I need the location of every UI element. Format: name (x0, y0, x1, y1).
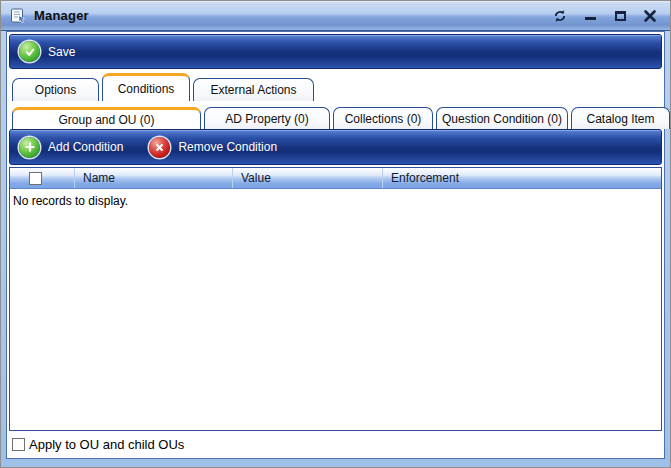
add-condition-button[interactable]: Add Condition (19, 137, 123, 158)
tab-collections[interactable]: Collections (0) (333, 107, 433, 129)
apply-to-ou-label[interactable]: Apply to OU and child OUs (29, 437, 184, 452)
save-toolbar: Save (9, 34, 662, 69)
grid-header-value-label: Value (241, 171, 271, 185)
remove-condition-label: Remove Condition (178, 140, 277, 154)
sync-icon[interactable] (552, 8, 568, 24)
grid-header-select-all (10, 168, 75, 188)
tab-ad-property[interactable]: AD Property (0) (204, 107, 330, 129)
close-icon[interactable] (642, 8, 658, 24)
add-condition-label: Add Condition (48, 140, 123, 154)
footer-row: Apply to OU and child OUs (9, 433, 662, 456)
tab-collections-label: Collections (0) (345, 112, 422, 126)
tab-ad-property-label: AD Property (0) (225, 112, 308, 126)
condition-toolbar: Add Condition Remove Condition (9, 129, 662, 165)
grid-header-name-label: Name (83, 171, 115, 185)
save-button[interactable]: Save (19, 41, 75, 62)
grid-header-name[interactable]: Name (75, 168, 233, 188)
grid-body: No records to display. (10, 189, 661, 430)
empty-records-message: No records to display. (13, 194, 128, 208)
client-area: Save Options Conditions External Actions… (6, 31, 665, 459)
titlebar: Manager (1, 1, 670, 31)
tab-group-and-ou-label: Group and OU (0) (58, 113, 154, 127)
manager-window: Manager (0, 0, 671, 468)
x-circle-icon (149, 137, 170, 158)
tab-options[interactable]: Options (12, 78, 99, 101)
check-circle-icon (19, 41, 40, 62)
grid-header-value[interactable]: Value (233, 168, 383, 188)
tab-question-condition[interactable]: Question Condition (0) (436, 107, 568, 129)
condition-tab-strip: Group and OU (0) AD Property (0) Collect… (9, 101, 662, 129)
plus-circle-icon (19, 137, 40, 158)
tab-group-and-ou[interactable]: Group and OU (0) (12, 107, 201, 129)
tab-options-label: Options (35, 83, 76, 97)
tab-catalog-item[interactable]: Catalog Item (571, 107, 670, 129)
tab-question-condition-label: Question Condition (0) (442, 112, 562, 126)
conditions-grid: Name Value Enforcement No records to dis… (9, 167, 662, 431)
grid-header-enforcement-label: Enforcement (391, 171, 459, 185)
form-pointer-icon (10, 8, 27, 24)
maximize-icon[interactable] (612, 8, 628, 24)
grid-header-enforcement[interactable]: Enforcement (383, 168, 661, 188)
select-all-checkbox[interactable] (29, 172, 42, 185)
remove-condition-button[interactable]: Remove Condition (149, 137, 277, 158)
main-tab-strip: Options Conditions External Actions (9, 73, 662, 101)
titlebar-controls (552, 8, 658, 24)
tab-conditions[interactable]: Conditions (102, 73, 190, 101)
tab-external-actions-label: External Actions (210, 83, 296, 97)
tab-conditions-label: Conditions (118, 82, 175, 96)
grid-header-row: Name Value Enforcement (10, 168, 661, 189)
minimize-icon[interactable] (582, 8, 598, 24)
save-button-label: Save (48, 45, 75, 59)
tab-catalog-item-label: Catalog Item (586, 112, 654, 126)
apply-to-ou-checkbox[interactable] (12, 438, 25, 451)
window-title: Manager (34, 8, 89, 23)
tab-external-actions[interactable]: External Actions (193, 78, 314, 101)
